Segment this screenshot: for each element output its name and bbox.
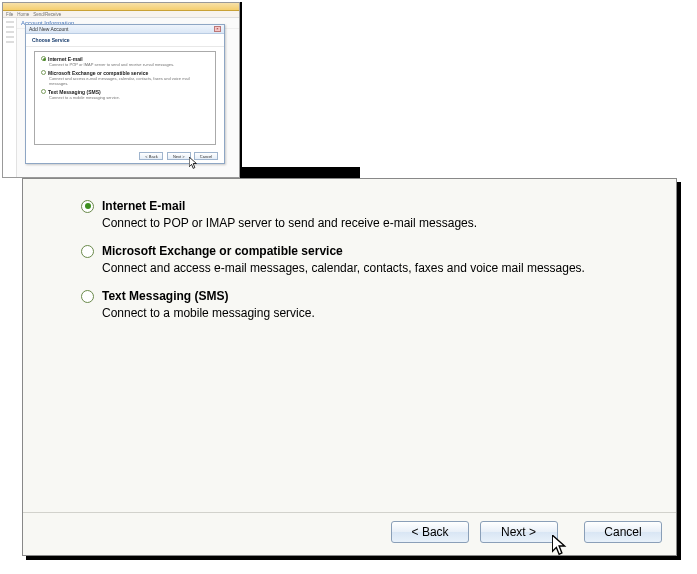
dialog-footer: < Back Next > Cancel — [23, 512, 676, 543]
ribbon-tab: Home — [17, 12, 29, 16]
next-button-thumb[interactable]: Next > — [167, 152, 191, 160]
next-button[interactable]: Next > — [480, 521, 558, 543]
back-button[interactable]: < Back — [391, 521, 469, 543]
close-icon[interactable]: × — [214, 26, 221, 32]
choose-service-dialog: Internet E-mail Connect to POP or IMAP s… — [22, 178, 677, 556]
radio-exchange[interactable] — [81, 245, 94, 258]
cancel-button-thumb[interactable]: Cancel — [194, 152, 218, 160]
ribbon-tabs: File Home Send/Receive — [3, 11, 239, 18]
back-button-thumb[interactable]: < Back — [139, 152, 163, 160]
backstage-sidebar — [3, 18, 17, 177]
window-edge-shadow — [240, 2, 242, 178]
dialog-subtitle: Choose Service — [32, 37, 70, 43]
opt-desc: Connect and access e-mail messages, cale… — [49, 76, 209, 86]
radio-sms[interactable] — [81, 290, 94, 303]
cancel-button[interactable]: Cancel — [584, 521, 662, 543]
opt-desc: Connect to a mobile messaging service. — [49, 95, 209, 100]
option-description: Connect to a mobile messaging service. — [102, 306, 636, 320]
opt-desc: Connect to POP or IMAP server to send an… — [49, 62, 209, 67]
option-title: Text Messaging (SMS) — [102, 289, 228, 303]
ribbon-tab: Send/Receive — [33, 12, 61, 16]
connector-bar — [242, 167, 360, 178]
option-exchange[interactable]: Microsoft Exchange or compatible service… — [81, 244, 636, 275]
ribbon-tab: File — [6, 12, 13, 16]
option-description: Connect to POP or IMAP server to send an… — [102, 216, 636, 230]
option-title: Microsoft Exchange or compatible service — [102, 244, 343, 258]
service-options: Internet E-mail Connect to POP or IMAP s… — [23, 179, 676, 344]
option-internet-email[interactable]: Internet E-mail Connect to POP or IMAP s… — [81, 199, 636, 230]
window-titlebar — [3, 3, 239, 11]
service-options-thumb: Internet E-mailConnect to POP or IMAP se… — [34, 51, 216, 145]
dialog-title: Add New Account — [29, 26, 68, 32]
option-sms[interactable]: Text Messaging (SMS) Connect to a mobile… — [81, 289, 636, 320]
outlook-window-thumbnail: File Home Send/Receive Account Informati… — [2, 2, 240, 178]
add-account-dialog-thumb: Add New Account × Choose Service Interne… — [25, 24, 225, 164]
radio-internet-email[interactable] — [81, 200, 94, 213]
option-title: Internet E-mail — [102, 199, 185, 213]
option-description: Connect and access e-mail messages, cale… — [102, 261, 636, 275]
backstage-main: Account Information Add New Account × Ch… — [17, 18, 239, 177]
